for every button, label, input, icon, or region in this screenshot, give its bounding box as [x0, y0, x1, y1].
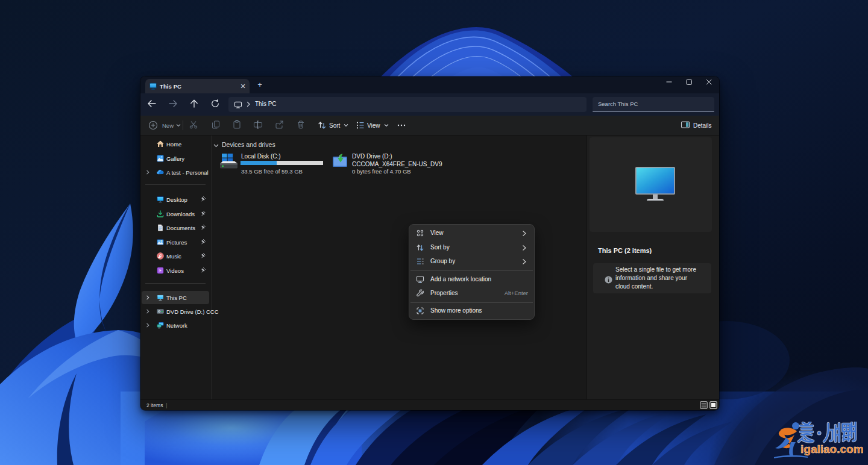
svg-text:igaliao.com: igaliao.com [800, 443, 863, 455]
svg-text:New: New [162, 122, 174, 129]
svg-text:View: View [367, 122, 380, 129]
svg-text:Sort: Sort [329, 122, 341, 129]
